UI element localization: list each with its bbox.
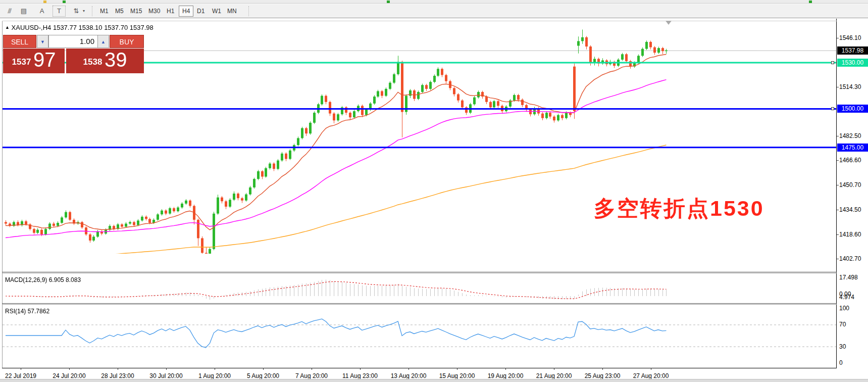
price-axis-label: 1402.70 [839,255,861,262]
price-tick [837,136,839,136]
buy-price-display[interactable]: 1538 39 [66,49,144,73]
rsi-axis-label: 70 [839,321,846,328]
price-badge-black: 1537.98 [837,46,868,55]
time-axis-label: 1 Aug 20:00 [198,372,231,379]
timeframe-button-m5[interactable]: M5 [112,6,127,17]
macd-rsi-separator[interactable] [2,303,837,304]
price-tick [837,259,839,259]
timeframe-button-m1[interactable]: M1 [97,6,112,17]
symbol-ohlc-header: ▲ XAUUSD-,H4 1537.77 1538.10 1537.70 153… [5,24,154,31]
toolbar-mark-yellow [43,1,46,3]
macd-axis-label: 4.974 [839,294,854,301]
sell-price-handle: 1537 [12,57,31,67]
timeframe-button-m30[interactable]: M30 [145,6,163,17]
chart-shift-marker[interactable] [666,21,672,25]
time-tick [69,368,70,370]
rsi-panel-canvas[interactable] [3,305,836,368]
chart-text-annotation[interactable]: 多空转折点1530 [594,194,764,223]
toolbar-separator [92,6,92,16]
timeframe-button-mn[interactable]: MN [224,6,240,17]
chart-right-border [836,19,837,368]
drawing-timeframe-toolbar: ⫻ ▤ A T ⇅ ▾ M1M5M15M30H1H4D1W1MN [0,4,868,18]
main-macd-separator[interactable] [2,272,837,272]
time-axis-label: 30 Jul 20:00 [149,372,182,379]
volume-input[interactable]: 1.00 [48,35,98,48]
sell-button[interactable]: SELL [3,35,36,48]
macd-panel-canvas[interactable] [3,273,836,303]
time-tick [118,368,118,370]
time-tick [263,368,264,370]
ohlc-values: 1537.77 1538.10 1537.70 1537.98 [53,24,154,31]
hline-handle[interactable] [831,61,834,64]
price-tick [837,160,839,161]
volume-decrease-button[interactable]: ▼ [37,35,48,48]
buy-price-pips: 39 [105,49,127,71]
time-tick [602,368,603,370]
time-tick [21,368,21,370]
buy-button[interactable]: BUY [110,35,144,48]
price-tick [837,38,839,38]
price-axis-label: 1466.60 [839,157,861,164]
time-tick [505,368,506,370]
price-badge-green: 1530.00 [837,59,868,67]
time-tick [360,368,361,370]
mt4-window: ⫻ ▤ A T ⇅ ▾ M1M5M15M30H1H4D1W1MN ▲ XAUUS… [0,0,868,382]
time-axis-label: 11 Aug 23:00 [342,372,378,379]
buy-price-handle: 1538 [83,57,103,67]
time-tick [215,368,215,370]
toolbar-mark-green [63,1,66,3]
time-tick [312,368,312,370]
text-box-tool-icon[interactable]: T [53,6,66,17]
toolbar-separator-2 [248,6,249,16]
rsi-axis-label: 0 [839,359,843,366]
sell-price-display[interactable]: 1537 97 [3,49,65,73]
time-axis-label: 15 Aug 20:00 [439,372,475,379]
time-tick [457,368,457,370]
time-axis-label: 19 Aug 20:00 [488,372,524,379]
bottom-scroll-strip[interactable] [0,379,868,382]
price-badge-blue: 1500.00 [837,105,868,113]
time-axis-label: 5 Aug 20:00 [247,372,279,379]
rsi-indicator-label: RSI(14) 57.7862 [5,308,49,315]
timeframe-button-d1[interactable]: D1 [194,6,208,17]
pitchfork-tool-icon[interactable]: ⫻ [3,6,16,17]
time-axis-label: 22 Jul 2019 [5,372,36,379]
price-axis-label: 1546.10 [839,34,861,41]
chart-area: ▲ XAUUSD-,H4 1537.77 1538.10 1537.70 153… [0,19,868,379]
timeframe-button-m15[interactable]: M15 [127,6,145,17]
macd-indicator-label: MACD(12,26,9) 6.905 8.083 [5,276,81,283]
time-tick [409,368,409,370]
volume-increase-button[interactable]: ▲ [97,35,109,48]
time-axis-line [2,368,837,368]
sell-price-pips: 97 [33,49,56,71]
price-badge-blue: 1475.00 [837,144,868,152]
text-label-tool-icon[interactable]: A [35,6,48,17]
top-toolbar-remnant [0,0,868,4]
price-tick [837,87,839,87]
price-tick [837,185,839,185]
symbol-collapse-icon[interactable]: ▲ [5,25,10,30]
hline-handle[interactable] [831,107,834,110]
time-tick [166,368,167,370]
macd-axis-label: 17.498 [839,274,858,281]
timeframe-button-w1[interactable]: W1 [209,6,224,17]
time-tick [651,368,651,370]
arrows-dropdown-icon[interactable]: ▾ [81,6,87,17]
time-axis-label: 28 Jul 23:00 [101,372,134,379]
time-axis-label: 21 Aug 20:00 [536,372,572,379]
timeframe-button-h4[interactable]: H4 [179,6,193,17]
time-axis-label: 27 Aug 20:00 [633,372,669,379]
toolbar-mark-green3 [809,1,812,3]
timeframe-button-h1[interactable]: H1 [164,6,177,17]
price-axis-label: 1514.30 [839,83,861,90]
time-axis-label: 7 Aug 20:00 [295,372,328,379]
price-tick [837,210,839,210]
fibonacci-tool-icon[interactable]: ▤ [17,6,30,17]
price-axis-label: 1434.50 [839,206,861,213]
rsi-axis-label: 30 [839,343,846,350]
time-axis-label: 25 Aug 23:00 [585,372,621,379]
price-axis-label: 1418.60 [839,231,861,238]
price-axis-label: 1482.50 [839,132,861,139]
symbol-label: XAUUSD-,H4 [12,24,52,31]
price-tick [837,234,839,235]
